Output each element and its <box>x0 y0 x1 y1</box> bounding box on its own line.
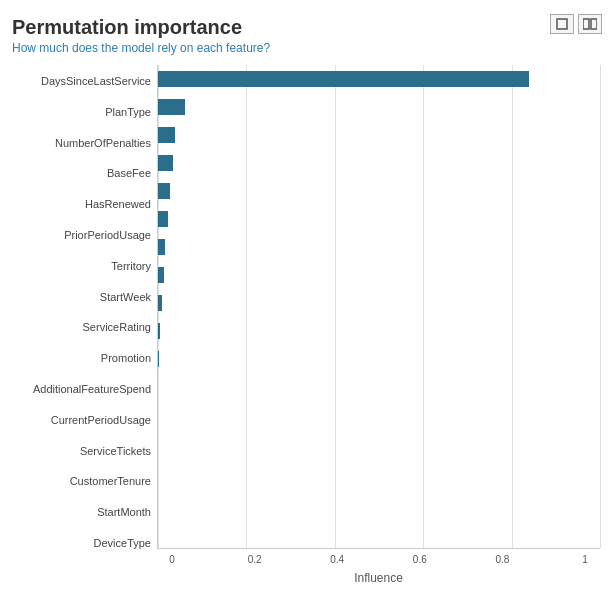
svg-rect-1 <box>583 19 589 29</box>
bar-row <box>158 373 600 401</box>
chart-area: DaysSinceLastServicePlanTypeNumberOfPena… <box>12 65 600 585</box>
bar <box>158 127 175 143</box>
page-title: Permutation importance <box>12 16 600 39</box>
bar-row <box>158 289 600 317</box>
bar-row <box>158 177 600 205</box>
y-label: DaysSinceLastService <box>12 67 157 95</box>
y-label: CustomerTenure <box>12 467 157 495</box>
x-axis-labels: 00.20.40.60.81 <box>157 549 600 569</box>
page-subtitle: How much does the model rely on each fea… <box>12 41 600 55</box>
page-container: Permutation importance How much does the… <box>0 0 612 613</box>
x-tick-label: 0 <box>157 554 187 565</box>
x-tick-label: 1 <box>570 554 600 565</box>
bar-row <box>158 65 600 93</box>
bar <box>158 211 168 227</box>
y-label: ServiceRating <box>12 313 157 341</box>
bar <box>158 71 529 87</box>
bar-row <box>158 429 600 457</box>
bar-row <box>158 485 600 513</box>
svg-rect-2 <box>591 19 597 29</box>
bars-container <box>157 65 600 549</box>
bar <box>158 99 185 115</box>
y-label: AdditionalFeatureSpend <box>12 375 157 403</box>
x-tick-label: 0.8 <box>487 554 517 565</box>
bar-row <box>158 149 600 177</box>
split-view-button[interactable] <box>578 14 602 34</box>
bar-row <box>158 345 600 373</box>
y-label: HasRenewed <box>12 190 157 218</box>
bar-row <box>158 401 600 429</box>
bar-row <box>158 121 600 149</box>
y-label: BaseFee <box>12 159 157 187</box>
bar-row <box>158 457 600 485</box>
x-tick-label: 0.4 <box>322 554 352 565</box>
x-tick-label: 0.2 <box>240 554 270 565</box>
y-label: Territory <box>12 252 157 280</box>
y-label: StartWeek <box>12 283 157 311</box>
bar-row <box>158 205 600 233</box>
svg-rect-0 <box>557 19 567 29</box>
bar-row <box>158 93 600 121</box>
bar-row <box>158 261 600 289</box>
grid-line <box>600 65 601 548</box>
x-axis-title: Influence <box>157 571 600 585</box>
y-label: StartMonth <box>12 498 157 526</box>
single-view-button[interactable] <box>550 14 574 34</box>
y-axis-labels: DaysSinceLastServicePlanTypeNumberOfPena… <box>12 65 157 585</box>
y-label: DeviceType <box>12 529 157 557</box>
y-label: Promotion <box>12 344 157 372</box>
bar-row <box>158 317 600 345</box>
bar <box>158 155 173 171</box>
bar <box>158 239 165 255</box>
y-label: NumberOfPenalties <box>12 129 157 157</box>
bar <box>158 267 164 283</box>
x-tick-label: 0.6 <box>405 554 435 565</box>
y-label: PriorPeriodUsage <box>12 221 157 249</box>
bar <box>158 183 170 199</box>
bar <box>158 323 160 339</box>
chart-right: 00.20.40.60.81 Influence <box>157 65 600 585</box>
y-label: CurrentPeriodUsage <box>12 406 157 434</box>
y-label: ServiceTickets <box>12 437 157 465</box>
view-buttons <box>550 14 602 34</box>
y-label: PlanType <box>12 98 157 126</box>
bar <box>158 295 162 311</box>
bar-row <box>158 233 600 261</box>
